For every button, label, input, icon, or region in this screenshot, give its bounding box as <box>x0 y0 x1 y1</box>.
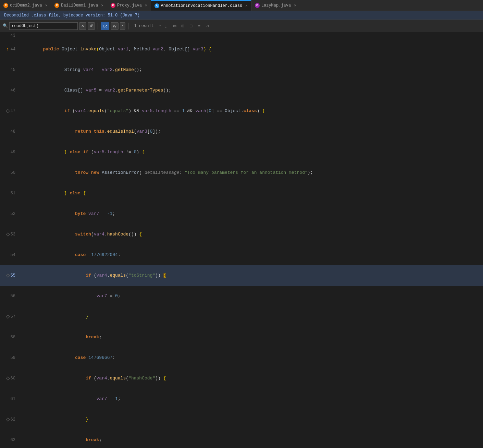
tab-label-dailidemo: DaiLiDemo1.java <box>61 3 98 8</box>
line-number-53: 53 <box>0 224 19 245</box>
tab-proxy[interactable]: C Proxy.java ✕ <box>107 0 151 11</box>
code-line-content-59: case 147696667: <box>19 348 115 368</box>
expand-button[interactable]: ▭ <box>171 22 178 30</box>
tab-icon-class: A <box>154 3 159 8</box>
table-row: 54 case -1776922004: <box>0 245 483 265</box>
search-divider2 <box>128 23 128 29</box>
regex-button[interactable]: * <box>120 22 125 30</box>
line-number-56: 56 <box>0 286 19 306</box>
tab-close-proxy[interactable]: ✕ <box>145 3 147 8</box>
code-line-content-49: } else if (var5.length != 0) { <box>19 142 145 162</box>
line-number-57: 57 <box>0 306 19 327</box>
tab-dailidemo[interactable]: C DaiLiDemo1.java ✕ <box>51 0 107 11</box>
line-number-60: 60 <box>0 368 19 389</box>
tab-icon-lazymap: C <box>255 3 260 8</box>
code-line-content-50: throw new AssertionError( detailMessage:… <box>19 162 313 183</box>
tab-label-annotation: AnnotationInvocationHandler.class <box>161 3 243 8</box>
line-number-58: 58 <box>0 327 19 348</box>
search-toolbar-icons: ▭ ⊞ ⊟ ≡ ⊿ <box>171 22 211 30</box>
code-line-content-53: switch(var4.hashCode()) { <box>19 224 142 245</box>
line-number-45: 45 <box>0 60 19 80</box>
code-line-content-62: } <box>19 409 88 430</box>
search-input[interactable] <box>9 22 78 30</box>
notification-bar: Decompiled .class file, bytecode version… <box>0 11 483 20</box>
line-number-50: 50 <box>0 162 19 183</box>
code-line-content-60: if (var4.equals("hashCode")) { <box>19 368 166 389</box>
code-line-content-61: var7 = 1; <box>19 389 121 409</box>
table-row: 47 if (var4.equals("equals") && var5.len… <box>0 101 483 121</box>
table-row: 55 if (var4.equals("toString")) { <box>0 265 483 286</box>
table-row: 58 break; <box>0 327 483 348</box>
search-divider1 <box>98 23 98 29</box>
tab-close-dailidemo[interactable]: ✕ <box>101 3 103 8</box>
line-number-61: 61 <box>0 389 19 409</box>
whole-word-button[interactable]: W <box>111 22 118 30</box>
tab-label-proxy: Proxy.java <box>117 3 142 8</box>
table-row: 63 break; <box>0 430 483 448</box>
code-line-content-57: } <box>19 306 88 327</box>
code-line-content-47: if (var4.equals("equals") && var5.length… <box>19 101 265 121</box>
code-line-content-58: break; <box>19 327 102 348</box>
code-line-content-51: } else { <box>19 183 86 204</box>
filter-results-button[interactable]: ⊞ <box>179 22 187 30</box>
tab-bar: C cc1Demo2.java ✕ C DaiLiDemo1.java ✕ C … <box>0 0 483 11</box>
case-sensitive-button[interactable]: Cc <box>101 22 109 30</box>
line-number-43: 43 <box>0 32 19 39</box>
gutter-diamond-57 <box>6 315 10 318</box>
table-row: 59 case 147696667: <box>0 348 483 368</box>
table-row: 48 return this.equalsImpl(var3[0]); <box>0 121 483 142</box>
table-row: 46 Class[] var5 = var2.getParameterTypes… <box>0 80 483 101</box>
tab-close-annotation[interactable]: ✕ <box>245 3 248 8</box>
gutter-diamond-62 <box>6 417 10 421</box>
table-row: 60 if (var4.equals("hashCode")) { <box>0 368 483 389</box>
tab-lazymap[interactable]: C LazyMap.java ✕ <box>251 0 300 11</box>
breakpoint-arrow-44: ↑ <box>7 46 9 53</box>
code-line-content-45: String var4 = var2.getName(); <box>19 60 142 80</box>
code-line-content-46: Class[] var5 = var2.getParameterTypes(); <box>19 80 171 101</box>
tab-close-lazymap[interactable]: ✕ <box>294 3 296 8</box>
tab-label-cc1demo: cc1Demo2.java <box>10 3 42 8</box>
table-row: 49 } else if (var5.length != 0) { <box>0 142 483 162</box>
search-bar: 🔍 ✕ ↺ Cc W * 1 result ↑ ↓ ▭ ⊞ ⊟ ≡ ⊿ <box>0 20 483 32</box>
table-row: 51 } else { <box>0 183 483 204</box>
code-line-content-63: break; <box>19 430 102 448</box>
line-number-59: 59 <box>0 348 19 368</box>
code-area[interactable]: 43 ↑ 44 public Object invoke(Object var1… <box>0 32 483 448</box>
prev-result-button[interactable]: ↑ <box>158 23 162 29</box>
clear-search-button[interactable]: ✕ <box>79 22 86 30</box>
table-row: 45 String var4 = var2.getName(); <box>0 60 483 80</box>
result-count: 1 result <box>134 24 154 28</box>
code-line-content-44: public Object invoke(Object var1, Method… <box>19 39 211 60</box>
table-row: 62 } <box>0 409 483 430</box>
code-line-content-43 <box>19 32 22 39</box>
code-line-content-54: case -1776922004: <box>19 245 121 265</box>
table-row: 57 } <box>0 306 483 327</box>
filter-toggle-button[interactable]: ⊿ <box>204 22 211 30</box>
line-number-47: 47 <box>0 101 19 121</box>
gutter-diamond-60 <box>6 376 10 380</box>
code-line-content-56: var7 = 0; <box>19 286 121 306</box>
line-number-63: 63 <box>0 430 19 448</box>
line-number-55: 55 <box>0 265 19 286</box>
tab-cc1demo[interactable]: C cc1Demo2.java ✕ <box>0 0 51 11</box>
line-number-48: 48 <box>0 121 19 142</box>
tab-close-cc1demo[interactable]: ✕ <box>45 3 48 8</box>
editor-area: 43 ↑ 44 public Object invoke(Object var1… <box>0 32 483 448</box>
line-number-46: 46 <box>0 80 19 101</box>
line-number-52: 52 <box>0 204 19 224</box>
gutter-diamond-47 <box>6 109 10 113</box>
table-row: 53 switch(var4.hashCode()) { <box>0 224 483 245</box>
table-row: 43 <box>0 32 483 39</box>
code-line-content-48: return this.equalsImpl(var3[0]); <box>19 121 161 142</box>
table-row: ↑ 44 public Object invoke(Object var1, M… <box>0 39 483 60</box>
tab-annotation[interactable]: A AnnotationInvocationHandler.class ✕ <box>151 0 251 11</box>
next-result-button[interactable]: ↓ <box>164 23 168 29</box>
sort-button[interactable]: ≡ <box>196 22 203 30</box>
table-row: 50 throw new AssertionError( detailMessa… <box>0 162 483 183</box>
line-number-44: ↑ 44 <box>0 39 19 60</box>
tab-icon-java: C <box>3 3 8 8</box>
line-number-54: 54 <box>0 245 19 265</box>
filter-button2[interactable]: ⊟ <box>187 22 195 30</box>
tab-label-lazymap: LazyMap.java <box>261 3 291 8</box>
search-history-button[interactable]: ↺ <box>88 22 95 30</box>
